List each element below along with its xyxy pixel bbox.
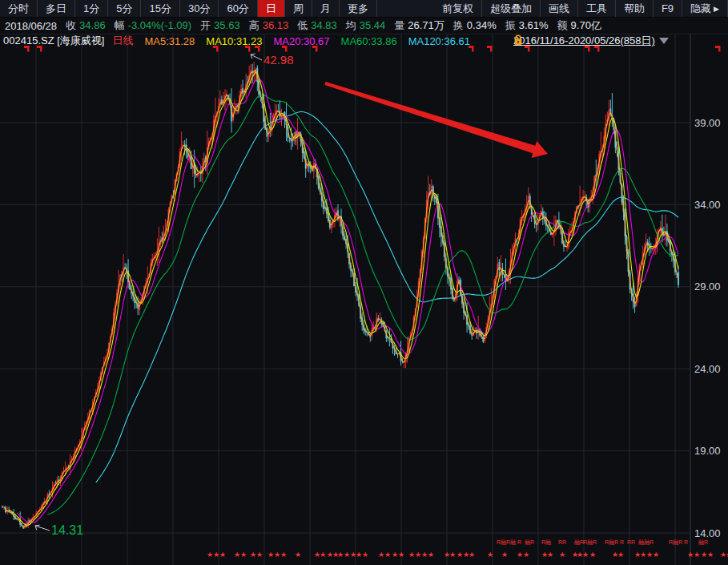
quote-stat: 量26.71万 <box>394 18 444 33</box>
ma-label: MA20:30.67 <box>273 35 329 47</box>
toolbar-item[interactable]: 多日 <box>38 0 75 17</box>
toolbar-item[interactable]: 帮助 <box>616 0 654 17</box>
margin-trade-marker: R融 <box>541 539 551 546</box>
event-star-icon: ★ <box>384 551 391 559</box>
toolbar-item[interactable]: 隐藏▶ <box>682 0 728 17</box>
margin-trade-marker: 融融R <box>638 539 654 546</box>
candlestick-chart[interactable]: 39.0034.0029.0024.0019.0014.0042.9814.31… <box>0 34 728 565</box>
toolbar-item[interactable]: 周 <box>285 0 312 17</box>
date-range-selector[interactable]: 2016/11/16-2020/05/26(858日) <box>513 34 674 47</box>
toolbar-item[interactable]: 超级叠加 <box>482 0 541 17</box>
event-star-icon: ★ <box>487 551 493 559</box>
stock-chart-app: 分时多日1分5分15分30分60分日周月更多 前复权超级叠加画线工具帮助F9隐藏… <box>0 0 728 565</box>
toolbar-item[interactable]: 30分 <box>180 0 219 17</box>
toolbar-item[interactable]: 工具 <box>578 0 616 17</box>
event-star-icon: ★ <box>213 551 219 559</box>
event-star-icon: ★ <box>337 551 344 559</box>
quote-stat: 换0.34% <box>453 18 497 33</box>
quote-stat: 均35.44 <box>346 18 386 33</box>
margin-trade-marker: R融R融 R <box>497 539 521 546</box>
event-star-icon: ★ <box>267 551 274 559</box>
quote-date: 2018/06/28 <box>5 20 57 32</box>
ma-labels: MA5:31.28MA10:31.23MA20:30.67MA60:33.86M… <box>133 35 470 47</box>
event-flag-icon <box>487 46 493 52</box>
toolbar-item[interactable]: 月 <box>312 0 340 17</box>
chevron-down-icon[interactable] <box>659 38 669 44</box>
date-range-text: 2016/11/16-2020/05/26(858日) <box>513 34 655 48</box>
toolbar-item[interactable]: 分时 <box>0 0 38 17</box>
svg-text:39.00: 39.00 <box>694 117 721 129</box>
event-star-icon: ★ <box>687 551 694 559</box>
top-toolbar: 分时多日1分5分15分30分60分日周月更多 前复权超级叠加画线工具帮助F9隐藏… <box>0 0 728 18</box>
high-price-annotation: 42.98 <box>263 53 294 67</box>
event-star-icon: ★ <box>378 551 384 559</box>
toolbar-left-group: 分时多日1分5分15分30分60分日周月更多 <box>0 0 377 17</box>
period-label: 日线 <box>112 34 133 48</box>
event-star-icon: ★ <box>362 551 368 559</box>
event-star-icon: ★ <box>320 551 326 559</box>
quote-stat: 高36.13 <box>249 18 289 33</box>
low-price-annotation: 14.31 <box>51 523 83 537</box>
chart-header-overlay: 002415.SZ [海康威视] 日线 MA5:31.28MA10:31.23M… <box>3 34 470 47</box>
event-star-icon: ★ <box>295 551 301 559</box>
quote-stat: 幅-3.04%(-1.09) <box>115 18 191 33</box>
toolbar-item[interactable]: 60分 <box>219 0 257 17</box>
event-star-icon: ★ <box>428 551 434 559</box>
event-star-icon: ★ <box>517 551 523 559</box>
stock-symbol: 002415.SZ [海康威视] <box>3 34 104 48</box>
toolbar-item[interactable]: F9 <box>654 0 682 17</box>
svg-text:24.00: 24.00 <box>694 363 721 375</box>
toolbar-item[interactable]: 前复权 <box>434 0 482 17</box>
event-star-icon: ★ <box>398 551 404 559</box>
toolbar-item[interactable]: 更多 <box>340 0 377 17</box>
toolbar-spacer <box>377 0 434 17</box>
event-star-icon: ★ <box>617 551 624 559</box>
event-star-icon: ★ <box>392 551 398 559</box>
svg-text:14.00: 14.00 <box>694 527 721 539</box>
toolbar-item[interactable]: 画线 <box>541 0 578 17</box>
ma-label: MA120:36.61 <box>408 35 470 47</box>
event-star-icon: ★ <box>469 551 475 559</box>
event-star-icon: ★ <box>582 551 589 559</box>
event-star-icon: ★ <box>589 551 596 559</box>
event-star-icon: ★ <box>234 551 240 559</box>
event-star-icon: ★ <box>694 551 700 559</box>
toolbar-item[interactable]: 日 <box>258 0 285 17</box>
event-star-icon: ★ <box>408 551 415 559</box>
expand-arrow-icon: ▶ <box>714 5 719 13</box>
event-star-icon: ★ <box>707 551 714 559</box>
toolbar-item[interactable]: 15分 <box>141 0 179 17</box>
event-star-icon: ★ <box>356 551 362 559</box>
ma-label: MA5:31.28 <box>144 35 195 47</box>
event-star-icon: ★ <box>219 551 226 559</box>
toolbar-item[interactable]: 5分 <box>108 0 141 17</box>
event-star-icon: ★ <box>547 551 553 559</box>
event-star-icon: ★ <box>280 551 287 559</box>
toolbar-item[interactable]: 1分 <box>75 0 108 17</box>
svg-text:34.00: 34.00 <box>694 199 721 211</box>
quote-stat: 收34.86 <box>66 18 106 33</box>
trend-arrow-annotation <box>324 82 548 158</box>
ma-label: MA10:31.23 <box>206 35 262 47</box>
quote-stat: 开35.63 <box>200 18 240 33</box>
margin-trade-marker: RR <box>627 539 635 545</box>
event-star-icon: ★ <box>523 551 529 559</box>
event-star-icon: ★ <box>344 551 350 559</box>
event-star-icon: ★ <box>653 551 659 559</box>
margin-trade-marker: R融R <box>583 539 597 546</box>
event-star-icon: ★ <box>449 551 456 559</box>
svg-text:19.00: 19.00 <box>694 445 721 457</box>
margin-trade-marker: R融R R <box>669 539 688 546</box>
event-star-icon: ★ <box>256 551 263 559</box>
margin-trade-marker: 融R <box>698 539 708 546</box>
event-star-icon: ★ <box>646 551 653 559</box>
chart-area: 39.0034.0029.0024.0019.0014.0042.9814.31… <box>0 34 728 565</box>
event-star-icon: ★ <box>457 551 463 559</box>
event-star-icon: ★ <box>501 551 508 559</box>
event-star-icon: ★ <box>207 551 213 559</box>
quote-stat: 额9.70亿 <box>557 18 601 33</box>
svg-text:29.00: 29.00 <box>694 280 721 293</box>
quote-stats: 收34.86幅-3.04%(-1.09)开35.63高36.13低34.83均3… <box>66 18 610 33</box>
quote-stat: 振3.61% <box>505 18 549 33</box>
event-star-icon: ★ <box>415 551 421 559</box>
